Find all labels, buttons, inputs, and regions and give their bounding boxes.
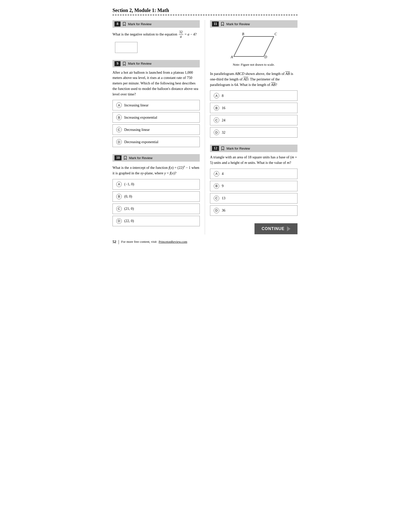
q10-option-a-letter: A — [116, 182, 122, 187]
q10-option-b-text: (0, 0) — [124, 194, 132, 199]
bookmark-icon[interactable] — [122, 22, 126, 26]
continue-label: CONTINUE — [262, 227, 284, 231]
q10-mark-label[interactable]: Mark for Review — [129, 156, 152, 160]
q9-option-c-text: Decreasing linear — [124, 128, 150, 132]
q11-figure: A B C D Note: Figure not drawn to scale. — [210, 30, 298, 69]
q9-option-a[interactable]: A Increasing linear — [112, 100, 200, 110]
bookmark-icon[interactable] — [122, 62, 126, 66]
q9-mark-label[interactable]: Mark for Review — [128, 62, 152, 65]
q11-mark-label[interactable]: Mark for Review — [226, 22, 250, 26]
q9-option-b[interactable]: B Increasing exponential — [112, 112, 200, 123]
footer-separator: | — [118, 239, 119, 245]
q11-number: 11 — [212, 21, 219, 26]
q10-options: A (−1, 0) B (0, 0) C (21, 0) D (22, 0) — [112, 179, 200, 226]
q9-text: After a hot air balloon is launched from… — [112, 70, 200, 97]
q12-number: 12 — [212, 146, 219, 151]
q9-option-c-letter: C — [116, 127, 122, 132]
q10-number: 10 — [114, 155, 122, 160]
q11-option-a-text: 8 — [222, 94, 224, 98]
q10-option-b-letter: B — [116, 194, 122, 199]
q12-option-c-letter: C — [214, 196, 219, 201]
q11-option-d-letter: D — [214, 130, 219, 135]
q10-option-a[interactable]: A (−1, 0) — [112, 179, 200, 190]
q10-option-c[interactable]: C (21, 0) — [112, 204, 200, 214]
q9-option-c[interactable]: C Decreasing linear — [112, 124, 200, 135]
page-title: Section 2, Module 1: Math — [112, 7, 298, 13]
q11-option-a-letter: A — [214, 93, 219, 98]
q9-option-a-text: Increasing linear — [124, 103, 148, 107]
question-9: 9 Mark for Review After a hot air balloo… — [112, 60, 200, 147]
q9-option-d-letter: D — [116, 139, 122, 145]
q11-header: 11 Mark for Review — [210, 20, 298, 28]
q12-mark-label[interactable]: Mark for Review — [226, 147, 250, 150]
q9-options: A Increasing linear B Increasing exponen… — [112, 100, 200, 147]
q11-option-b-letter: B — [214, 105, 219, 111]
q12-option-a-letter: A — [214, 171, 219, 177]
bookmark-icon[interactable] — [221, 146, 224, 150]
q10-option-d-text: (22, 0) — [124, 219, 134, 223]
q12-options: A 4 B 9 C 13 D 36 — [210, 169, 298, 216]
continue-button[interactable]: CONTINUE — [254, 223, 298, 234]
bookmark-icon[interactable] — [221, 22, 224, 26]
footer: 52 | For more free content, visit Prince… — [112, 239, 298, 245]
q11-option-d-text: 32 — [222, 130, 226, 135]
svg-text:D: D — [264, 55, 267, 59]
q12-option-a[interactable]: A 4 — [210, 169, 298, 179]
q12-option-d-letter: D — [214, 208, 219, 213]
q10-option-c-letter: C — [116, 206, 122, 212]
q11-text: In parallelogram ABCD shown above, the l… — [210, 71, 298, 87]
q11-option-b[interactable]: B 16 — [210, 103, 298, 113]
q10-option-c-text: (21, 0) — [124, 207, 134, 211]
question-10: 10 Mark for Review What is the x-interce… — [112, 154, 200, 226]
q11-option-a[interactable]: A 8 — [210, 90, 298, 101]
q9-option-b-text: Increasing exponential — [124, 115, 157, 120]
q10-header: 10 Mark for Review — [112, 154, 200, 162]
svg-text:A: A — [230, 55, 233, 59]
footer-text: For more free content, visit — [121, 240, 157, 244]
q10-option-d-letter: D — [116, 218, 122, 224]
q8-answer-input[interactable] — [115, 42, 138, 53]
q11-option-d[interactable]: D 32 — [210, 127, 298, 138]
q8-header: 8 Mark for Review — [112, 20, 200, 28]
q8-number: 8 — [114, 21, 120, 26]
q10-option-a-text: (−1, 0) — [124, 182, 134, 186]
parallelogram-svg: A B C D — [229, 30, 279, 63]
q8-mark-label[interactable]: Mark for Review — [128, 22, 152, 26]
q10-option-b[interactable]: B (0, 0) — [112, 191, 200, 202]
q12-option-d[interactable]: D 36 — [210, 205, 298, 216]
q12-text: A triangle with an area of 18 square uni… — [210, 155, 298, 166]
q10-text: What is the x-intercept of the function … — [112, 164, 200, 176]
q11-option-c-letter: C — [214, 117, 219, 123]
q9-option-d[interactable]: D Decreasing exponential — [112, 137, 200, 147]
q11-options: A 8 B 16 C 24 D 32 — [210, 90, 298, 138]
bookmark-icon[interactable] — [124, 156, 127, 160]
q11-option-c[interactable]: C 24 — [210, 115, 298, 125]
q12-option-c-text: 13 — [222, 196, 226, 200]
svg-text:C: C — [274, 32, 277, 36]
continue-bar: CONTINUE — [210, 223, 298, 234]
q11-option-b-text: 16 — [222, 106, 226, 110]
q12-option-d-text: 36 — [222, 208, 226, 213]
q8-text: What is the negative solution to the equ… — [112, 30, 200, 39]
question-11: 11 Mark for Review A B C D — [210, 20, 298, 138]
q10-option-d[interactable]: D (22, 0) — [112, 216, 200, 226]
section-divider — [112, 15, 298, 15]
footer-link[interactable]: PrincetonReview.com — [159, 240, 187, 244]
q9-number: 9 — [114, 61, 120, 66]
question-8: 8 Mark for Review What is the negative s… — [112, 20, 200, 53]
q12-option-a-text: 4 — [222, 172, 224, 176]
continue-arrow-icon — [287, 226, 290, 231]
q9-option-a-letter: A — [116, 102, 122, 108]
q11-figure-note: Note: Figure not drawn to scale. — [233, 63, 275, 67]
q11-option-c-text: 24 — [222, 118, 226, 122]
q12-option-b[interactable]: B 9 — [210, 181, 298, 191]
q12-option-b-letter: B — [214, 183, 219, 189]
q9-option-b-letter: B — [116, 115, 122, 120]
q12-header: 12 Mark for Review — [210, 145, 298, 152]
q9-option-d-text: Decreasing exponential — [124, 140, 158, 144]
q9-header: 9 Mark for Review — [112, 60, 200, 67]
svg-marker-0 — [234, 36, 274, 56]
q12-option-c[interactable]: C 13 — [210, 193, 298, 204]
q12-option-b-text: 9 — [222, 184, 224, 188]
svg-text:B: B — [242, 32, 244, 36]
